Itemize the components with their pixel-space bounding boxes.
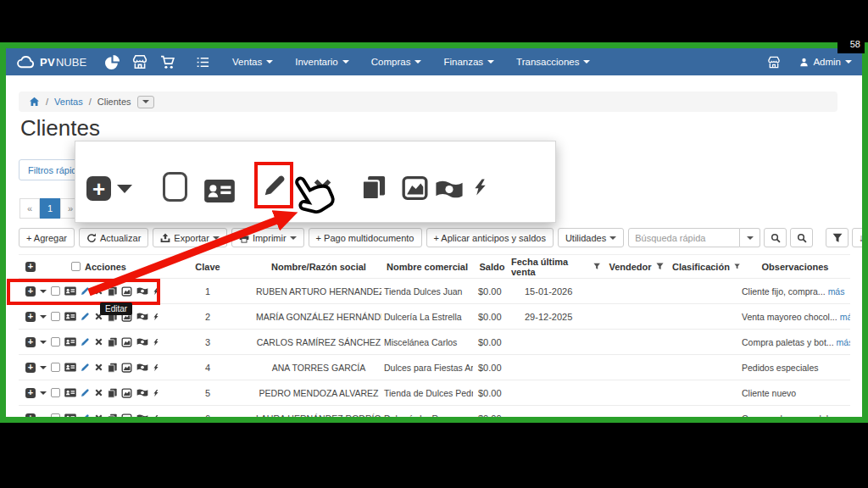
print-button[interactable]: Imprimir bbox=[231, 228, 304, 247]
bolt-icon[interactable] bbox=[153, 413, 159, 418]
multidoc-payment-button[interactable]: + Pago multidocumento bbox=[309, 228, 422, 247]
copy-icon[interactable] bbox=[108, 388, 117, 398]
table-row[interactable]: + 6 LAURA HERNÁNDEZ RODRÍGUEZ Dulcería L… bbox=[19, 405, 850, 417]
add-button[interactable]: + Agregar bbox=[19, 228, 75, 247]
bolt-icon[interactable] bbox=[153, 337, 159, 347]
copy-icon[interactable] bbox=[108, 413, 117, 418]
brand-logo[interactable]: PVNUBE bbox=[16, 55, 86, 69]
edit-pencil-icon[interactable] bbox=[81, 388, 90, 397]
header-observaciones[interactable]: Observaciones bbox=[740, 262, 850, 272]
contact-card-icon[interactable] bbox=[64, 413, 76, 417]
table-row[interactable]: + 3 CARLOS RAMÍREZ SÁNCHEZ Miscelánea Ca… bbox=[19, 329, 850, 354]
sort-button[interactable]: ↓↑ bbox=[852, 228, 862, 247]
apply-advances-button[interactable]: + Aplicar anticipos y saldos bbox=[426, 228, 554, 247]
copy-icon[interactable] bbox=[108, 337, 117, 347]
quick-search-input[interactable] bbox=[628, 228, 740, 247]
funnel-icon[interactable] bbox=[656, 263, 664, 270]
chevron-down-icon[interactable] bbox=[40, 341, 47, 344]
chart-icon[interactable] bbox=[121, 337, 132, 347]
row-checkbox[interactable] bbox=[51, 363, 60, 372]
chevron-down-icon[interactable] bbox=[40, 315, 47, 319]
page-current[interactable]: 1 bbox=[40, 198, 60, 219]
table-row[interactable]: + 5 PEDRO MENDOZA ALVAREZ Tienda de Dulc… bbox=[19, 380, 850, 405]
chart-icon[interactable] bbox=[121, 388, 132, 398]
menu-compras[interactable]: Compras bbox=[371, 57, 422, 67]
chart-icon[interactable] bbox=[121, 363, 132, 373]
add-row-icon[interactable]: + bbox=[86, 176, 111, 201]
row-checkbox[interactable] bbox=[51, 388, 60, 397]
delete-x-icon[interactable] bbox=[94, 388, 103, 397]
money-icon[interactable] bbox=[434, 178, 465, 201]
row-add-icon[interactable]: + bbox=[25, 363, 36, 373]
menu-finanzas[interactable]: Finanzas bbox=[443, 57, 494, 67]
edit-pencil-icon[interactable] bbox=[81, 337, 90, 347]
money-icon[interactable] bbox=[136, 337, 148, 347]
delete-x-icon[interactable] bbox=[94, 363, 103, 372]
cart-icon[interactable] bbox=[160, 55, 175, 69]
row-add-icon[interactable]: + bbox=[25, 312, 36, 322]
chevron-down-icon[interactable] bbox=[117, 185, 132, 193]
chevron-down-icon[interactable] bbox=[40, 417, 47, 418]
row-add-icon[interactable]: + bbox=[25, 413, 36, 418]
more-link[interactable]: más bbox=[840, 312, 850, 322]
row-checkbox[interactable] bbox=[51, 337, 60, 347]
page-prev-button[interactable]: « bbox=[19, 198, 40, 219]
expand-all-icon[interactable]: + bbox=[25, 262, 36, 272]
header-comercial[interactable]: Nombre comercial bbox=[381, 262, 473, 272]
edit-pencil-icon[interactable] bbox=[81, 363, 90, 372]
edit-pencil-icon[interactable] bbox=[81, 312, 90, 321]
header-saldo[interactable]: Saldo bbox=[473, 262, 511, 272]
row-add-icon[interactable]: + bbox=[25, 337, 36, 347]
bolt-icon[interactable] bbox=[153, 363, 159, 373]
pie-chart-icon[interactable] bbox=[105, 55, 120, 69]
funnel-icon[interactable] bbox=[734, 263, 740, 270]
chevron-down-icon[interactable] bbox=[40, 391, 47, 395]
utilities-button[interactable]: Utilidades bbox=[558, 228, 624, 247]
search-button[interactable] bbox=[764, 228, 787, 247]
contact-card-icon[interactable] bbox=[64, 337, 76, 347]
chevron-down-icon[interactable] bbox=[40, 366, 47, 369]
row-checkbox[interactable] bbox=[163, 172, 187, 202]
home-icon[interactable] bbox=[29, 97, 40, 107]
header-clasificacion[interactable]: Clasificación bbox=[672, 262, 740, 272]
funnel-icon[interactable] bbox=[593, 263, 600, 270]
bolt-icon[interactable] bbox=[153, 388, 159, 398]
header-fecha[interactable]: Fecha última venta bbox=[511, 257, 600, 277]
contact-card-icon[interactable] bbox=[64, 312, 76, 321]
money-icon[interactable] bbox=[136, 312, 148, 321]
search-dropdown-button[interactable] bbox=[740, 228, 760, 247]
bolt-icon[interactable] bbox=[472, 174, 488, 201]
store-icon[interactable] bbox=[132, 54, 147, 69]
refresh-button[interactable]: Actualizar bbox=[79, 228, 148, 247]
copy-icon[interactable] bbox=[108, 363, 117, 373]
more-link[interactable]: más bbox=[828, 286, 845, 297]
filter-button[interactable] bbox=[826, 228, 849, 247]
more-link[interactable]: más bbox=[843, 413, 850, 418]
table-row[interactable]: + 2 MARÍA GONZÁLEZ HERNÁNDEZ Dulcería La… bbox=[19, 303, 850, 329]
more-link[interactable]: más bbox=[837, 337, 850, 347]
export-button[interactable]: Exportar bbox=[153, 228, 227, 247]
contact-card-icon[interactable] bbox=[64, 363, 76, 372]
copy-icon[interactable] bbox=[361, 175, 386, 201]
money-icon[interactable] bbox=[136, 388, 148, 397]
select-all-checkbox[interactable] bbox=[71, 262, 81, 271]
money-icon[interactable] bbox=[136, 413, 148, 417]
chart-icon[interactable] bbox=[401, 175, 429, 201]
advanced-search-button[interactable] bbox=[790, 228, 813, 247]
row-checkbox[interactable] bbox=[51, 413, 60, 417]
bolt-icon[interactable] bbox=[153, 312, 159, 322]
header-clave[interactable]: Clave bbox=[159, 262, 256, 272]
header-nombre[interactable]: Nombre/Razón social bbox=[256, 262, 381, 272]
breadcrumb-ventas[interactable]: Ventas bbox=[54, 97, 83, 107]
row-checkbox[interactable] bbox=[51, 312, 60, 321]
chart-icon[interactable] bbox=[121, 413, 132, 418]
row-add-icon[interactable]: + bbox=[25, 388, 36, 398]
delete-x-icon[interactable] bbox=[94, 413, 103, 417]
menu-transacciones[interactable]: Transacciones bbox=[516, 57, 590, 67]
user-menu[interactable]: Admin bbox=[799, 57, 852, 67]
contact-card-icon[interactable] bbox=[203, 179, 236, 203]
contact-card-icon[interactable] bbox=[64, 388, 76, 397]
delete-x-icon[interactable] bbox=[94, 337, 103, 347]
table-row[interactable]: + 4 ANA TORRES GARCÍA Dulces para Fiesta… bbox=[19, 354, 850, 380]
header-vendedor[interactable]: Vendedor bbox=[600, 262, 672, 272]
